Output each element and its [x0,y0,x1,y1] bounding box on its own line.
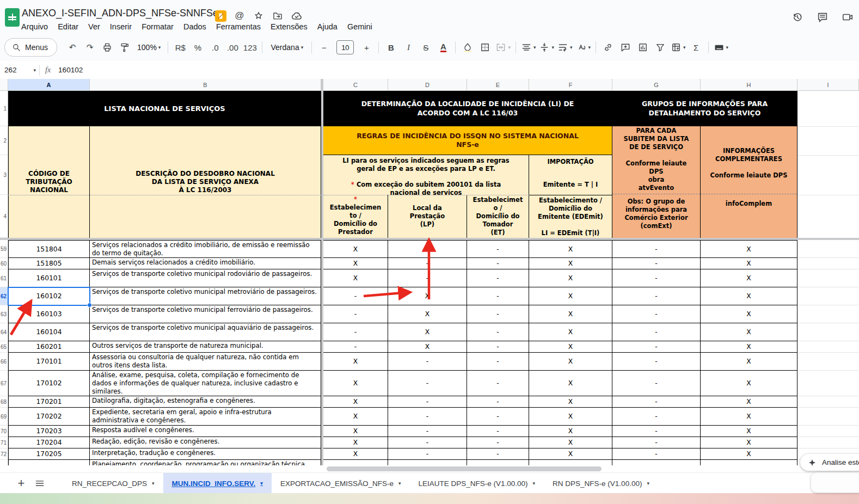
at-mention-icon[interactable]: @ [234,10,246,22]
row-header-68[interactable]: 68 [0,396,8,408]
cell-A-65[interactable]: 160201 [8,341,90,353]
header-para-cada-subitem[interactable]: PARA CADA SUBITEM DA LISTA DE DE SERVIÇO… [612,126,701,238]
col-header-A[interactable]: A [8,79,90,91]
document-title[interactable]: ANEXO_I-SEFIN_ADN-DPS_NFSe-SNNFSe [22,8,218,19]
cloud-status-icon[interactable] [291,10,303,22]
cell-A-64[interactable]: 160104 [8,323,90,341]
strikethrough-button[interactable]: S [419,40,433,54]
header-estab-tomador[interactable]: Estabelecimet o / Domicílio do Tomador (… [467,195,529,238]
cell-C-61[interactable]: X [323,269,388,287]
font-size-button[interactable]: 10 [334,40,356,54]
cell-G-65[interactable]: - [612,341,701,353]
cell-F-67[interactable]: X [529,371,612,396]
cell-H-59[interactable]: X [701,240,797,258]
vertical-align-button[interactable]: ▾ [539,40,554,54]
cell-F-65[interactable]: X [529,341,612,353]
row-header-73[interactable]: 73 [0,460,8,465]
cell-H-63[interactable]: X [701,305,797,323]
cell-G-66[interactable]: - [612,353,701,371]
menu-ajuda[interactable]: Ajuda [312,21,342,32]
cell-H-71[interactable]: X [701,437,797,448]
cell-A-71[interactable]: 170204 [8,437,90,448]
cell-H-68[interactable]: X [701,396,797,408]
fill-color-button[interactable] [461,40,475,54]
format-percent-button[interactable]: % [191,40,205,54]
sheet-tab-rn-recepcao-dps[interactable]: RN_RECEPCAO_DPS▾ [63,473,163,494]
cell-D-64[interactable]: X [388,323,467,341]
cell-H-70[interactable]: X [701,426,797,437]
all-sheets-icon[interactable] [30,478,49,489]
more-formats-button[interactable]: 123 [243,40,257,54]
cell-I-66[interactable] [797,353,859,371]
cell-C-63[interactable]: - [323,305,388,323]
cell-I-64[interactable] [797,323,859,341]
row-header-66[interactable]: 66 [0,353,8,371]
cell-A-73[interactable]: 170301 [8,460,90,465]
cell-A-69[interactable]: 170202 [8,408,90,426]
cell-C-59[interactable]: X [323,240,388,258]
row-header-71[interactable]: 71 [0,437,8,448]
menus-search-button[interactable]: Menus [4,38,57,57]
format-currency-button[interactable]: R$ [173,40,187,54]
header-informacoes-complementares[interactable]: INFORMAÇÕES COMPLEMENTARES Conforme leia… [701,126,797,238]
cell-A-68[interactable]: 170201 [8,396,90,408]
col-header-G[interactable]: G [612,79,701,91]
functions-button[interactable]: Σ [689,40,703,54]
col-header-C[interactable]: C [323,79,388,91]
version-history-icon[interactable] [791,11,803,23]
cell-C-66[interactable]: X [323,353,388,371]
cell-H-62[interactable]: X [701,287,797,305]
cell-E-69[interactable]: - [467,408,529,426]
col-header-D[interactable]: D [388,79,467,91]
cell-F-63[interactable]: X [529,305,612,323]
cell-D-73[interactable]: - [388,460,467,465]
row-header-64[interactable]: 64 [0,323,8,341]
cell-B-73[interactable]: Planejamento, coordenação, programação o… [90,460,321,465]
cell-C-67[interactable]: X [323,371,388,396]
text-color-button[interactable]: A [436,40,450,54]
header-descricao-desdobro[interactable]: DESCRIÇÃO DO DESDOBRO NACIONAL DA LISTA … [90,126,321,238]
cell-E-64[interactable]: - [467,323,529,341]
italic-button[interactable]: I [401,40,415,54]
col-header-B[interactable]: B [90,79,321,91]
row-header-63[interactable]: 63 [0,305,8,323]
cell-A-63[interactable]: 160103 [8,305,90,323]
cell-A-59[interactable]: 151804 [8,240,90,258]
name-box[interactable]: 262 ▾ [0,66,36,74]
header-regras-incidencia[interactable]: REGRAS DE INCIDÊNCIA DO ISSQN NO SISTEMA… [323,126,612,155]
cell-E-70[interactable]: - [467,426,529,437]
cell-I-70[interactable] [797,426,859,437]
cell-E-63[interactable]: - [467,305,529,323]
cell-I-61[interactable] [797,269,859,287]
menu-dados[interactable]: Dados [179,21,211,32]
cell-G-69[interactable]: - [612,408,701,426]
analyze-ai-button[interactable]: Analise este [800,454,859,471]
cell-H-60[interactable]: X [701,258,797,269]
cell-B-64[interactable]: Serviços de transporte coletivo municipa… [90,323,321,341]
cell-G-60[interactable]: - [612,258,701,269]
cell-I-69[interactable] [797,408,859,426]
header-li-note[interactable]: LI para os serviços indicados seguem as … [323,155,529,195]
increase-font-size-button[interactable]: + [359,40,373,54]
cell-D-65[interactable]: X [388,341,467,353]
cell-H-73[interactable]: X [701,460,797,465]
menu-gemini[interactable]: Gemini [342,21,377,32]
cell-H-65[interactable]: X [701,341,797,353]
cell-H-64[interactable]: X [701,323,797,341]
cell-D-70[interactable]: - [388,426,467,437]
cell-B-68[interactable]: Datilografia, digitação, estenografia e … [90,396,321,408]
row-header-4[interactable]: 4 [0,195,8,238]
undo-button[interactable]: ↶ [65,40,79,54]
cell-I-68[interactable] [797,396,859,408]
cell-E-68[interactable]: - [467,396,529,408]
cell-G-59[interactable]: - [612,240,701,258]
cell-C-64[interactable]: - [323,323,388,341]
paint-format-button[interactable] [118,40,132,54]
cell-G-72[interactable]: - [612,448,701,460]
input-tools-button[interactable]: ▾ [714,40,729,54]
cell-H-67[interactable]: X [701,371,797,396]
cell-A-66[interactable]: 170101 [8,353,90,371]
cell-F-68[interactable]: X [529,396,612,408]
cell-A-70[interactable]: 170203 [8,426,90,437]
cell-F-70[interactable]: X [529,426,612,437]
